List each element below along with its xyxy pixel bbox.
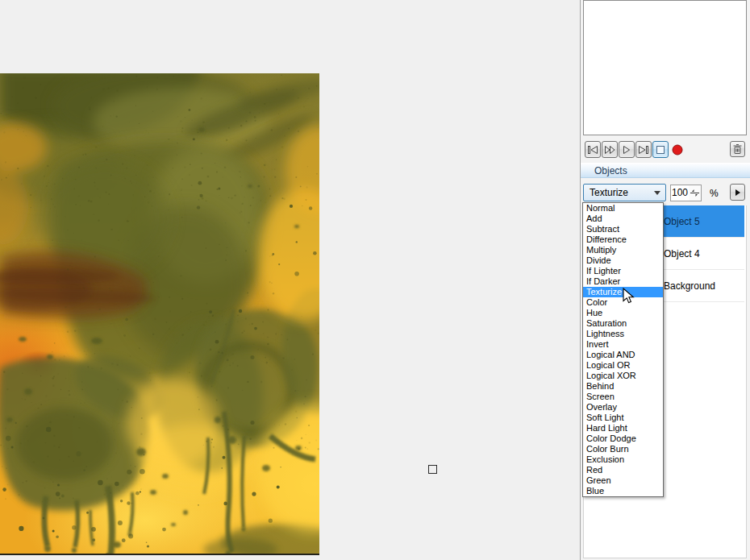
trash-icon: [733, 144, 742, 154]
blend-option-if-darker[interactable]: If Darker: [583, 276, 663, 287]
blend-option-if-lighter[interactable]: If Lighter: [583, 266, 663, 276]
blend-option-add[interactable]: Add: [583, 214, 663, 224]
right-arrow-icon: [735, 189, 740, 196]
fast-forward-button[interactable]: [602, 141, 618, 158]
blend-option-lightness[interactable]: Lightness: [583, 329, 663, 339]
record-button[interactable]: [669, 141, 685, 158]
opacity-drag-handle[interactable]: [689, 185, 701, 201]
blend-mode-dropdown: NormalAddSubtractDifferenceMultiplyDivid…: [582, 202, 664, 497]
blend-option-hue[interactable]: Hue: [583, 308, 663, 318]
blend-option-soft-light[interactable]: Soft Light: [583, 413, 663, 423]
blend-option-green[interactable]: Green: [583, 475, 663, 486]
blend-option-logical-xor[interactable]: Logical XOR: [583, 371, 663, 381]
mouse-cursor: [623, 288, 635, 305]
drag-adjust-icon: [690, 189, 699, 197]
fast-forward-icon: [605, 146, 615, 154]
percent-label: %: [710, 188, 719, 199]
blend-option-overlay[interactable]: Overlay: [583, 402, 663, 413]
blend-option-color-dodge[interactable]: Color Dodge: [583, 433, 663, 444]
play-button[interactable]: [619, 141, 635, 158]
objects-header-label: Objects: [594, 165, 627, 176]
objects-panel-header: Objects: [581, 163, 750, 178]
objects-menu-button[interactable]: [730, 184, 745, 201]
blend-option-behind[interactable]: Behind: [583, 381, 663, 392]
blend-option-saturation[interactable]: Saturation: [583, 318, 663, 329]
canvas-image[interactable]: [0, 73, 319, 554]
blend-option-invert[interactable]: Invert: [583, 339, 663, 350]
stop-icon: [656, 146, 665, 154]
skip-end-button[interactable]: [635, 141, 652, 158]
blend-option-hard-light[interactable]: Hard Light: [583, 423, 663, 433]
blend-option-color-burn[interactable]: Color Burn: [583, 444, 663, 454]
selection-handle[interactable]: [428, 465, 437, 474]
canvas-image-bottom-edge: [0, 554, 319, 555]
record-icon: [672, 144, 683, 156]
blend-option-screen[interactable]: Screen: [583, 392, 663, 402]
blend-option-multiply[interactable]: Multiply: [583, 245, 663, 255]
skip-end-icon: [639, 146, 648, 154]
delete-object-button[interactable]: [730, 141, 745, 157]
blend-option-logical-or[interactable]: Logical OR: [583, 360, 663, 371]
opacity-field[interactable]: 100: [670, 185, 702, 201]
chevron-down-icon: [654, 191, 660, 195]
blend-option-divide[interactable]: Divide: [583, 255, 663, 266]
blend-option-normal[interactable]: Normal: [583, 203, 663, 214]
opacity-value: 100: [671, 185, 689, 201]
blend-option-difference[interactable]: Difference: [583, 234, 663, 245]
canvas-area: [0, 0, 580, 560]
blend-option-red[interactable]: Red: [583, 465, 663, 475]
object-row-label: Background: [664, 280, 715, 292]
blend-mode-combobox[interactable]: Texturize: [583, 184, 666, 201]
stop-button[interactable]: [652, 141, 669, 158]
play-icon: [623, 146, 630, 154]
preview-box: [583, 0, 747, 135]
object-row-label: Object 5: [664, 216, 700, 227]
blend-option-blue[interactable]: Blue: [583, 486, 663, 496]
blend-option-logical-and[interactable]: Logical AND: [583, 350, 663, 360]
blend-mode-selected: Texturize: [590, 187, 628, 198]
skip-start-icon: [588, 146, 598, 154]
blend-option-subtract[interactable]: Subtract: [583, 224, 663, 234]
blend-option-exclusion[interactable]: Exclusion: [583, 454, 663, 465]
skip-start-button[interactable]: [585, 141, 601, 158]
object-row-label: Object 4: [664, 248, 700, 259]
